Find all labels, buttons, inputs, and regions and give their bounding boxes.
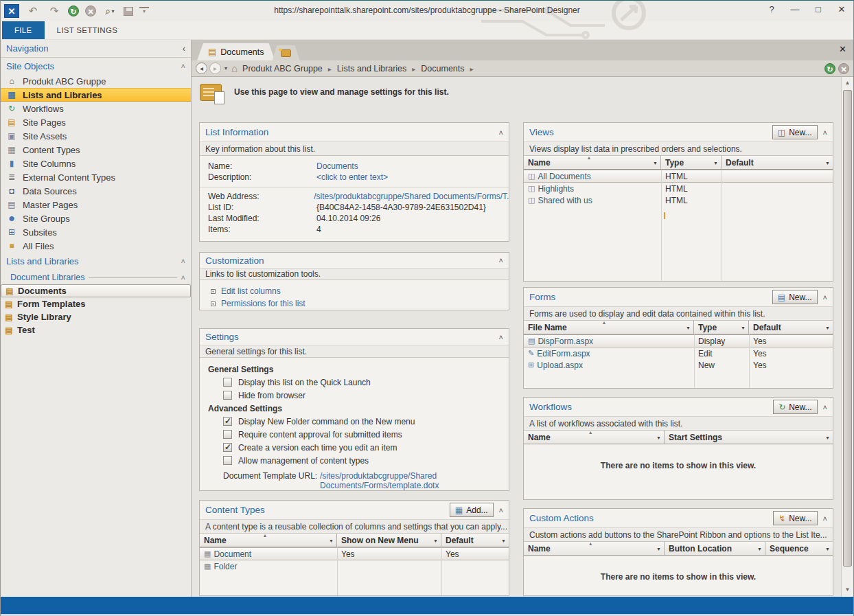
sidebar-item[interactable]: ▣ Site Assets [1,129,191,143]
preview-in-browser-button[interactable]: ⌕▾ [102,4,117,18]
undo-button[interactable]: ↶ [25,4,41,18]
vertical-scrollbar[interactable]: ▲ ▼ [841,77,853,597]
column-header-name[interactable]: Name▲▼ [200,534,337,547]
table-row[interactable]: ▤DispForm.aspx Display Yes [524,334,833,347]
back-button[interactable]: ◂ [196,62,207,74]
help-button[interactable]: ? [763,3,781,16]
new-custom-action-button[interactable]: ↯New... [773,511,817,525]
maximize-button[interactable]: □ [809,3,827,16]
dropdown-caret-icon[interactable]: ▼ [825,326,830,330]
column-header-file-name[interactable]: File Name▲▼ [524,321,694,334]
table-row[interactable]: ◫Highlights HTML [524,183,833,194]
table-row[interactable]: ▦Document Yes Yes [200,547,509,560]
ribbon-tab-list-settings[interactable]: LIST SETTINGS [45,21,130,39]
panel-collapse-button[interactable]: ˄ [499,333,503,341]
sidebar-item[interactable]: ≣ External Content Types [1,170,191,184]
scrollbar-down-button[interactable]: ▼ [842,584,853,595]
document-library-item[interactable]: ▤ Test [1,323,191,336]
app-logo-icon[interactable]: ✕ [4,4,19,18]
dropdown-caret-icon[interactable]: ▼ [329,538,334,543]
table-row[interactable]: ◫Shared with us HTML [524,194,833,206]
dropdown-caret-icon[interactable]: ▼ [713,161,718,166]
panel-collapse-button[interactable]: ˄ [499,506,503,514]
breadcrumb-close-button[interactable]: ✕ [838,63,849,74]
sidebar-item[interactable]: ⌂ Produkt ABC Gruppe [1,74,191,88]
column-header-type[interactable]: Type▼ [694,321,749,334]
checkbox[interactable] [223,430,232,439]
column-header-type[interactable]: Type▼ [661,156,722,169]
sidebar-item[interactable]: ⊞ Subsites [1,225,191,239]
column-header-name[interactable]: Name▲▼ [524,542,665,555]
new-tab-button[interactable]: ✦ [273,45,300,60]
sidebar-item[interactable]: ↻ Workflows [1,102,191,115]
new-workflow-button[interactable]: ↻New... [773,400,817,414]
ribbon-tab-file[interactable]: FILE [2,21,45,39]
template-url-link[interactable]: /sites/produktabcgruppe/Shared Documents… [320,471,450,490]
checkbox[interactable] [223,417,232,426]
customize-qat-button[interactable]: ▾ [139,7,149,15]
breadcrumb-refresh-button[interactable]: ↻ [824,63,835,74]
document-library-item[interactable]: ▤ Documents [1,284,191,297]
table-row[interactable]: ◫All Documents HTML [524,170,833,183]
customization-link[interactable]: Edit list columns [200,285,509,297]
checkbox[interactable] [223,456,232,465]
sidebar-item[interactable]: ■ All Files [1,239,191,253]
dropdown-caret-icon[interactable]: ▼ [757,547,762,551]
dropdown-caret-icon[interactable]: ▼ [686,326,691,330]
breadcrumb-item[interactable]: Lists and Libraries [336,64,417,73]
section-document-libraries[interactable]: Document Libraries ˄ [1,271,191,284]
pane-close-button[interactable]: ✕ [839,44,846,54]
sidebar-item[interactable]: ◘ Data Sources [1,184,191,198]
history-dropdown-icon[interactable]: ▾ [224,65,227,71]
panel-collapse-button[interactable]: ˄ [823,128,827,137]
table-row[interactable]: ✎EditForm.aspx Edit Yes [524,347,833,359]
section-site-objects[interactable]: Site Objects ˄ [1,58,191,74]
field-value[interactable]: <click to enter text> [316,172,388,182]
dropdown-caret-icon[interactable]: ▼ [741,326,746,330]
column-header-sequence[interactable]: Sequence▼ [765,542,833,555]
column-header-default[interactable]: Default▼ [441,534,509,547]
dropdown-caret-icon[interactable]: ▼ [825,547,830,551]
scrollbar-thumb[interactable] [843,90,852,567]
breadcrumb-item[interactable]: Produkt ABC Gruppe [241,64,333,73]
minimize-button[interactable]: — [786,3,804,16]
new-form-button[interactable]: ▤New... [772,290,818,304]
dropdown-caret-icon[interactable]: ▼ [433,538,438,543]
field-value[interactable]: 4 [316,225,321,234]
column-header-default[interactable]: Default▼ [722,156,833,169]
collapse-up-icon[interactable]: ˄ [181,62,185,70]
document-library-item[interactable]: ▤ Form Templates [1,297,191,310]
close-button[interactable]: ✕ [833,3,851,16]
new-view-button[interactable]: ◫New... [772,125,818,139]
column-header-show-on-new-menu[interactable]: Show on New Menu▼ [337,534,441,547]
navigation-collapse-button[interactable]: ‹ [183,43,185,54]
sidebar-item[interactable]: ▦ Lists and Libraries [1,88,191,102]
sidebar-item[interactable]: ▤ Master Pages [1,198,191,212]
redo-button[interactable]: ↷ [47,4,62,18]
sidebar-item[interactable]: ▮ Site Columns [1,157,191,170]
column-header-start-settings[interactable]: Start Settings▼ [665,431,833,444]
dropdown-caret-icon[interactable]: ▼ [656,547,661,551]
field-value[interactable]: {B40C84A2-1458-4A30-9789-24E631502D41} [316,203,486,212]
sidebar-item[interactable]: ☻ Site Groups [1,212,191,225]
dropdown-caret-icon[interactable]: ▼ [656,435,661,440]
column-header-name[interactable]: Name▲▼ [524,156,661,169]
sidebar-item[interactable]: ▦ Content Types [1,143,191,157]
field-value[interactable]: 04.10.2014 09:26 [316,214,380,223]
panel-collapse-button[interactable]: ˄ [823,403,827,411]
column-header-button-location[interactable]: Button Location▼ [665,542,765,555]
scrollbar-up-button[interactable]: ▲ [842,77,853,89]
table-row[interactable]: ▦Folder [200,560,509,572]
save-button[interactable] [124,7,133,16]
forward-button[interactable]: ▸ [209,62,221,74]
field-value[interactable]: /sites/produktabcgruppe/Shared Documents… [314,192,509,201]
panel-collapse-button[interactable]: ˄ [823,293,827,301]
section-lists-and-libraries[interactable]: Lists and Libraries ˄ [1,253,191,269]
stop-button[interactable]: ✕ [85,5,96,16]
panel-collapse-button[interactable]: ˄ [499,256,503,264]
add-content-type-button[interactable]: ▦Add... [450,503,494,517]
dropdown-caret-icon[interactable]: ▼ [825,161,830,166]
checkbox[interactable] [223,443,232,452]
collapse-up-icon[interactable]: ˄ [181,257,185,265]
panel-collapse-button[interactable]: ˄ [823,514,827,523]
